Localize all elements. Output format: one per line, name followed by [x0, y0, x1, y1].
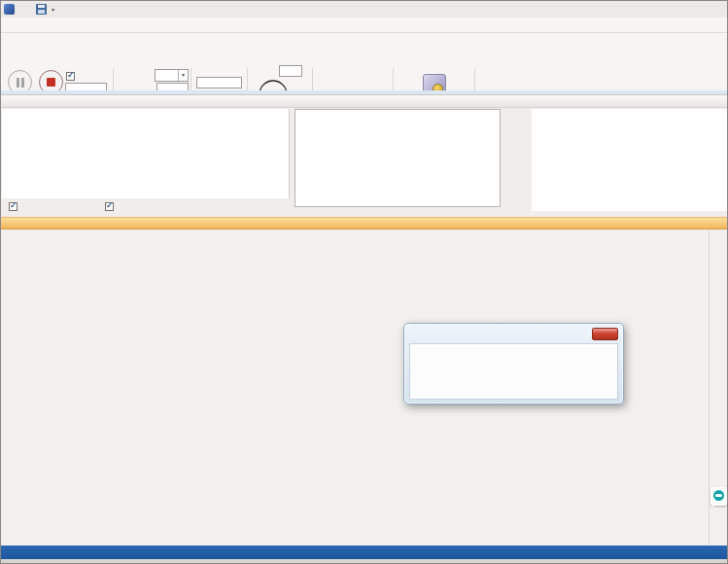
auto-select-checkbox[interactable]: [9, 202, 17, 211]
remote-support-icon[interactable]: [711, 487, 727, 506]
results-panel-header: [1, 94, 727, 108]
title-bar: ▾: [1, 1, 727, 18]
rotation-select[interactable]: ▾: [155, 69, 189, 82]
app-icon: [4, 4, 15, 15]
status-bar: [1, 546, 727, 559]
minimize-button[interactable]: [680, 2, 695, 16]
ribbon: ▾: [1, 33, 727, 90]
about-dialog-body: [409, 343, 618, 400]
current-layout-header: [1, 217, 727, 229]
part-spacing-field[interactable]: [196, 77, 242, 88]
results-panel: [1, 108, 727, 217]
stop-icon: [47, 78, 55, 87]
taskbar-sliver: [1, 559, 727, 564]
app-window: ▾ ▾: [0, 0, 728, 564]
save-icon[interactable]: [36, 4, 47, 15]
ribbon-tab-row: [1, 18, 727, 33]
utilization-chart: [532, 109, 727, 211]
restore-button[interactable]: [699, 2, 713, 16]
results-table: [2, 109, 290, 198]
dialog-close-button[interactable]: [592, 328, 618, 340]
chevron-down-icon[interactable]: ▾: [178, 70, 188, 81]
nest-tree: [295, 109, 501, 207]
about-dialog: [403, 323, 624, 405]
show-unique-checkbox[interactable]: [105, 202, 114, 211]
close-button[interactable]: [716, 2, 728, 16]
fixed-run-checkbox[interactable]: [66, 72, 75, 81]
direction-angle-field[interactable]: [279, 65, 302, 77]
start-icon: [17, 78, 19, 88]
quick-access-dropdown-icon[interactable]: ▾: [52, 6, 54, 13]
